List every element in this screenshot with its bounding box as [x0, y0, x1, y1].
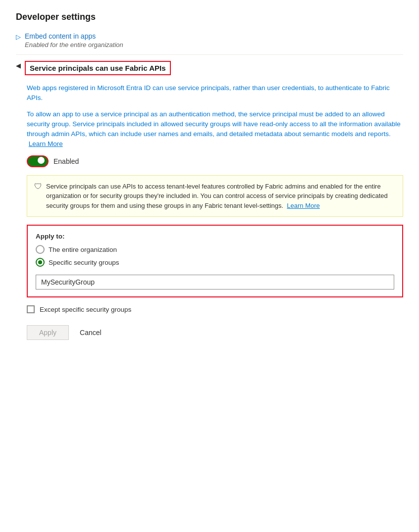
- service-principals-title[interactable]: Service principals can use Fabric APIs: [25, 61, 171, 75]
- embed-content-subtitle: Enabled for the entire organization: [25, 41, 123, 48]
- toggle-thumb: [38, 157, 45, 164]
- embed-content-title[interactable]: Embed content in apps: [25, 32, 123, 40]
- embed-content-section: ▷ Embed content in apps Enabled for the …: [16, 32, 403, 48]
- description-1: Web apps registered in Microsoft Entra I…: [27, 83, 403, 103]
- info-text-content: Service principals can use APIs to acces…: [46, 183, 388, 209]
- info-learn-more-link[interactable]: Learn More: [287, 202, 319, 209]
- info-box: 🛡 Service principals can use APIs to acc…: [27, 175, 403, 217]
- expanded-section-header: ◀ Service principals can use Fabric APIs: [16, 61, 403, 75]
- except-row: Except specific security groups: [27, 305, 403, 313]
- radio-entire-org[interactable]: [36, 245, 45, 254]
- learn-more-link-1[interactable]: Learn More: [29, 140, 63, 147]
- embed-expand-arrow[interactable]: ▷: [16, 33, 21, 41]
- enabled-toggle[interactable]: [27, 155, 49, 167]
- info-box-text: Service principals can use APIs to acces…: [46, 182, 396, 211]
- buttons-row: Apply Cancel: [27, 325, 403, 340]
- page-title: Developer settings: [16, 12, 403, 22]
- apply-button[interactable]: Apply: [27, 325, 69, 340]
- radio-row-specific-groups: Specific security groups: [36, 258, 394, 267]
- radio-row-entire-org: The entire organization: [36, 245, 394, 254]
- toggle-label: Enabled: [53, 157, 79, 165]
- radio-specific-groups-label: Specific security groups: [49, 259, 119, 266]
- toggle-row: Enabled: [27, 155, 403, 167]
- apply-to-label: Apply to:: [36, 233, 394, 240]
- collapse-arrow[interactable]: ◀: [16, 62, 21, 69]
- security-group-input[interactable]: [36, 275, 394, 290]
- section-divider: [16, 54, 403, 55]
- cancel-button[interactable]: Cancel: [75, 326, 106, 339]
- service-principals-section: ◀ Service principals can use Fabric APIs…: [16, 61, 403, 340]
- description-2-text: To allow an app to use a service princip…: [27, 110, 401, 138]
- except-label: Except specific security groups: [40, 306, 131, 313]
- radio-specific-groups[interactable]: [36, 258, 45, 267]
- apply-to-box: Apply to: The entire organization Specif…: [27, 225, 403, 297]
- except-checkbox[interactable]: [27, 305, 35, 313]
- radio-entire-org-label: The entire organization: [49, 246, 117, 253]
- description-2: To allow an app to use a service princip…: [27, 109, 403, 149]
- shield-icon: 🛡: [34, 182, 42, 191]
